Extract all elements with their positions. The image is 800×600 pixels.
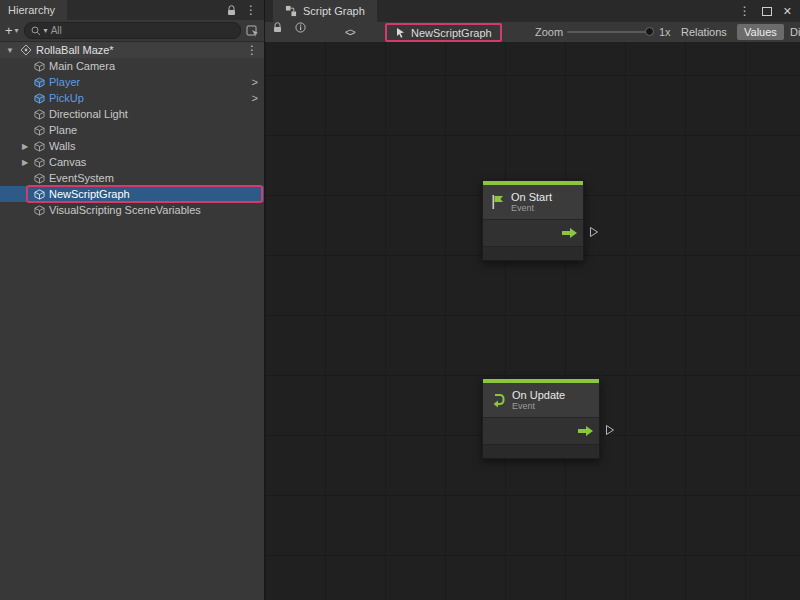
- zoom-slider-track[interactable]: [567, 31, 652, 33]
- hierarchy-tree: ▼ RollaBall Maze* ⋮ Main Camera Player >: [0, 42, 264, 600]
- gameobject-icon: [34, 157, 45, 168]
- gameobject-icon: [34, 173, 45, 184]
- item-label: Player: [49, 76, 80, 88]
- list-item-walls[interactable]: ▶ Walls: [0, 138, 264, 154]
- close-icon[interactable]: ✕: [783, 5, 792, 18]
- node-port-row: [483, 219, 583, 246]
- graph-name-breadcrumb[interactable]: NewScriptGraph: [385, 23, 502, 42]
- lock-icon[interactable]: [273, 22, 282, 42]
- zoom-slider[interactable]: [567, 22, 652, 42]
- scene-row[interactable]: ▼ RollaBall Maze* ⋮: [0, 42, 264, 58]
- tab-hierarchy[interactable]: Hierarchy: [0, 0, 67, 20]
- list-item-eventsystem[interactable]: EventSystem: [0, 170, 264, 186]
- list-item-main-camera[interactable]: Main Camera: [0, 58, 264, 74]
- script-graph-panel: Script Graph ⋮ ✕ <> NewScriptGraph: [265, 0, 800, 600]
- item-label: Walls: [49, 140, 75, 152]
- graph-name-label: NewScriptGraph: [411, 27, 492, 39]
- values-toggle[interactable]: Values: [737, 24, 784, 40]
- item-label: PickUp: [49, 92, 84, 104]
- item-label: Plane: [49, 124, 77, 136]
- gameobject-icon: [34, 109, 45, 120]
- unity-editor: Hierarchy ⋮ + ▾ ▾ All: [0, 0, 800, 600]
- item-label: NewScriptGraph: [49, 188, 130, 200]
- search-value: All: [51, 25, 62, 36]
- item-label: Directional Light: [49, 108, 128, 120]
- prefab-open-chevron[interactable]: >: [252, 92, 258, 104]
- relations-toggle[interactable]: Relations: [677, 22, 731, 42]
- kebab-menu-icon[interactable]: ⋮: [246, 44, 258, 56]
- list-item-directional-light[interactable]: Directional Light: [0, 106, 264, 122]
- code-icon[interactable]: <>: [345, 22, 355, 42]
- list-item-visualscripting-scenevariables[interactable]: VisualScripting SceneVariables: [0, 202, 264, 218]
- zoom-label: Zoom: [535, 22, 563, 42]
- list-item-pickup[interactable]: PickUp >: [0, 90, 264, 106]
- output-port-triangle[interactable]: [605, 424, 615, 436]
- prefab-icon: [34, 93, 45, 104]
- node-on-start[interactable]: On Start Event: [482, 180, 584, 261]
- dim-toggle[interactable]: Di: [786, 22, 800, 42]
- list-item-player[interactable]: Player >: [0, 74, 264, 90]
- item-label: EventSystem: [49, 172, 114, 184]
- node-port-row: [483, 417, 599, 444]
- search-icon: [31, 26, 41, 36]
- output-port-triangle[interactable]: [589, 226, 599, 238]
- item-label: Canvas: [49, 156, 86, 168]
- zoom-level: 1x: [659, 22, 671, 42]
- list-item-canvas[interactable]: ▶ Canvas: [0, 154, 264, 170]
- gameobject-icon: [34, 125, 45, 136]
- prefab-icon: [34, 77, 45, 88]
- tab-script-graph[interactable]: Script Graph: [273, 0, 377, 22]
- node-header[interactable]: On Start Event: [483, 185, 583, 219]
- node-footer: [483, 246, 583, 260]
- graph-tab-label: Script Graph: [303, 5, 365, 17]
- lock-icon[interactable]: [227, 5, 236, 16]
- triangle-collapsed-icon[interactable]: ▶: [20, 142, 30, 151]
- kebab-menu-icon[interactable]: ⋮: [245, 4, 257, 16]
- node-subtitle: Event: [511, 203, 552, 213]
- flow-output-arrow-icon[interactable]: [577, 425, 594, 437]
- node-subtitle: Event: [512, 401, 565, 411]
- scene-icon: [20, 44, 32, 56]
- list-item-plane[interactable]: Plane: [0, 122, 264, 138]
- info-icon[interactable]: [295, 22, 306, 42]
- scene-label: RollaBall Maze*: [36, 44, 114, 56]
- search-input[interactable]: ▾ All: [24, 22, 241, 39]
- caret-down-icon: ▾: [44, 27, 48, 35]
- prefab-open-chevron[interactable]: >: [252, 76, 258, 88]
- script-graph-asset-icon: [395, 27, 406, 38]
- hierarchy-toolbar: + ▾ ▾ All: [0, 20, 264, 42]
- node-header[interactable]: On Update Event: [483, 383, 599, 417]
- triangle-expanded-icon[interactable]: ▼: [5, 46, 15, 55]
- item-label: Main Camera: [49, 60, 115, 72]
- graph-canvas[interactable]: On Start Event: [265, 42, 800, 600]
- gameobject-icon: [34, 141, 45, 152]
- zoom-slider-knob[interactable]: [645, 27, 654, 36]
- flow-output-arrow-icon[interactable]: [561, 227, 578, 239]
- graph-tabstrip: Script Graph ⋮ ✕: [265, 0, 800, 22]
- node-on-update[interactable]: On Update Event: [482, 378, 600, 459]
- item-label: VisualScripting SceneVariables: [49, 204, 201, 216]
- caret-down-icon: ▾: [15, 27, 19, 35]
- hierarchy-tab-label: Hierarchy: [8, 4, 55, 16]
- picker-icon[interactable]: [246, 25, 259, 37]
- graph-icon: [285, 5, 297, 17]
- gameobject-icon: [34, 61, 45, 72]
- flag-icon: [490, 194, 505, 210]
- maximize-icon[interactable]: [762, 7, 772, 16]
- triangle-collapsed-icon[interactable]: ▶: [20, 158, 30, 167]
- add-object-button[interactable]: + ▾: [5, 24, 19, 37]
- loop-icon: [490, 392, 506, 408]
- gameobject-icon: [34, 189, 45, 200]
- node-footer: [483, 444, 599, 458]
- list-item-newscriptgraph-selected[interactable]: NewScriptGraph: [0, 186, 264, 202]
- kebab-menu-icon[interactable]: ⋮: [739, 5, 751, 17]
- graph-toolbar: <> NewScriptGraph Zoom 1x Relations Valu…: [265, 22, 800, 43]
- gameobject-icon: [34, 205, 45, 216]
- node-title: On Update: [512, 389, 565, 402]
- hierarchy-panel: Hierarchy ⋮ + ▾ ▾ All: [0, 0, 265, 600]
- node-title: On Start: [511, 191, 552, 204]
- hierarchy-tabstrip: Hierarchy ⋮: [0, 0, 264, 20]
